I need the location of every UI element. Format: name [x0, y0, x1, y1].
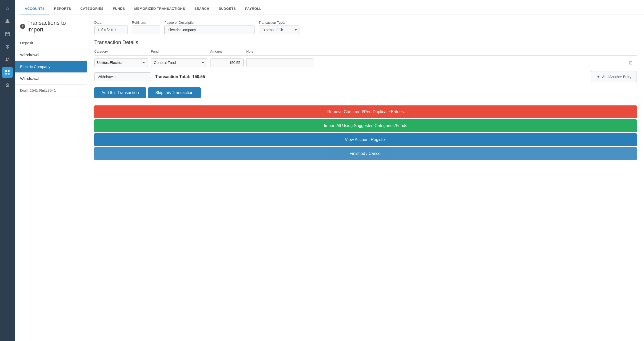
home-icon[interactable]: ⌂: [2, 3, 13, 13]
amount-input[interactable]: [210, 58, 244, 67]
view-register-bar[interactable]: View Account Register: [94, 133, 637, 146]
svg-point-0: [6, 19, 9, 21]
list-item-withdrawal-1[interactable]: Withdrawal: [15, 49, 87, 61]
svg-rect-7: [5, 70, 7, 72]
contacts-icon[interactable]: [2, 15, 13, 26]
sidebar: ⌂ $ ⚙: [0, 0, 15, 341]
refnum-group: Ref/Num:: [132, 21, 160, 34]
dollar-icon[interactable]: $: [2, 41, 13, 52]
date-label: Date:: [94, 21, 128, 24]
action-row: Add this Transaction Skip this Transacti…: [94, 87, 637, 98]
fund-cell: General Fund Reserve Fund Building Fund: [151, 58, 210, 67]
add-entry-button[interactable]: ＋ Add Another Entry: [591, 71, 637, 82]
refnum-input[interactable]: [132, 26, 160, 34]
payee-label: Payee or Description:: [164, 21, 255, 24]
svg-point-6: [8, 58, 9, 59]
note-input[interactable]: [246, 58, 313, 67]
withdrawal-input[interactable]: [94, 72, 151, 81]
nav-accounts[interactable]: ACCOUNTS: [20, 7, 49, 14]
type-group: Transaction Type: Expense / Ch... Income…: [259, 21, 300, 34]
nav-funds[interactable]: FUNDS: [108, 7, 130, 14]
delete-row-button[interactable]: 🗑: [626, 59, 635, 66]
right-panel: Date: Ref/Num: Payee or Description: Tra…: [87, 14, 644, 341]
chart-icon[interactable]: [2, 67, 13, 78]
left-panel: ? Transactions to Import Deposit Withdra…: [15, 14, 87, 341]
nav-search[interactable]: SEARCH: [190, 7, 214, 14]
total-value: 150.55: [192, 74, 205, 79]
field-row: Date: Ref/Num: Payee or Description: Tra…: [94, 21, 637, 34]
nav-payroll[interactable]: PAYROLL: [241, 7, 266, 14]
note-cell: [246, 58, 626, 67]
svg-rect-10: [8, 73, 10, 74]
top-nav: ACCOUNTS REPORTS CATEGORIES FUNDS MEMORI…: [15, 0, 644, 14]
bottom-row: Transaction Total: 150.55 ＋ Add Another …: [94, 71, 637, 82]
transaction-type-select[interactable]: Expense / Ch... Income Transfer: [259, 26, 300, 34]
fund-select[interactable]: General Fund Reserve Fund Building Fund: [151, 58, 207, 67]
svg-point-5: [6, 58, 7, 60]
col-header-fund: Fund: [151, 49, 210, 53]
action-bars: Remove Confirmed/Red Duplicate Entries I…: [94, 105, 637, 160]
page-title: Transactions to Import: [27, 20, 82, 33]
finished-cancel-bar[interactable]: Finished / Cancel: [94, 147, 637, 160]
payee-group: Payee or Description:: [164, 21, 255, 34]
category-select[interactable]: Utilities:Electric Food Housing Transpor…: [94, 58, 148, 67]
page-title-row: ? Transactions to Import: [15, 20, 87, 37]
skip-transaction-button[interactable]: Skip this Transaction: [148, 87, 201, 98]
amount-cell: [210, 58, 246, 67]
transaction-total: Transaction Total: 150.55: [155, 74, 205, 79]
nav-memorized-transactions[interactable]: MEMORIZED TRANSACTIONS: [130, 7, 190, 14]
nav-categories[interactable]: CATEGORIES: [76, 7, 108, 14]
col-header-category: Category: [94, 49, 151, 53]
calendar-icon[interactable]: [2, 28, 13, 39]
category-cell: Utilities:Electric Food Housing Transpor…: [94, 58, 151, 67]
list-item-withdrawal-2[interactable]: Withdrawal: [15, 73, 87, 85]
import-all-bar[interactable]: Import All Using Suggested Categories/Fu…: [94, 119, 637, 132]
date-input[interactable]: [94, 26, 128, 34]
date-group: Date:: [94, 21, 128, 34]
details-header: Category Fund Amount Note: [94, 49, 637, 56]
refnum-label: Ref/Num:: [132, 21, 160, 24]
help-icon[interactable]: ?: [20, 24, 25, 29]
details-row: Utilities:Electric Food Housing Transpor…: [94, 58, 637, 67]
list-item-electric-company[interactable]: Electric Company: [15, 61, 87, 73]
list-item-draft[interactable]: Draft 2541 Ref#2541: [15, 85, 87, 96]
svg-rect-8: [8, 70, 10, 72]
col-header-amount: Amount: [210, 49, 246, 53]
nav-budgets[interactable]: BUDGETS: [214, 7, 241, 14]
type-label: Transaction Type:: [259, 21, 300, 24]
plus-icon: ＋: [596, 74, 600, 79]
nav-reports[interactable]: REPORTS: [49, 7, 76, 14]
settings-icon[interactable]: ⚙: [2, 80, 13, 91]
svg-rect-9: [5, 73, 7, 74]
payee-input[interactable]: [164, 26, 255, 34]
delete-cell: 🗑: [626, 59, 637, 66]
svg-rect-1: [5, 32, 10, 36]
list-item-deposit[interactable]: Deposit: [15, 37, 87, 49]
add-entry-label: Add Another Entry: [602, 75, 631, 79]
total-label: Transaction Total:: [155, 74, 190, 79]
col-header-note: Note: [246, 49, 626, 53]
remove-duplicates-bar[interactable]: Remove Confirmed/Red Duplicate Entries: [94, 105, 637, 118]
section-title: Transaction Details: [94, 39, 637, 45]
add-transaction-button[interactable]: Add this Transaction: [94, 87, 146, 98]
people-icon[interactable]: [2, 54, 13, 65]
